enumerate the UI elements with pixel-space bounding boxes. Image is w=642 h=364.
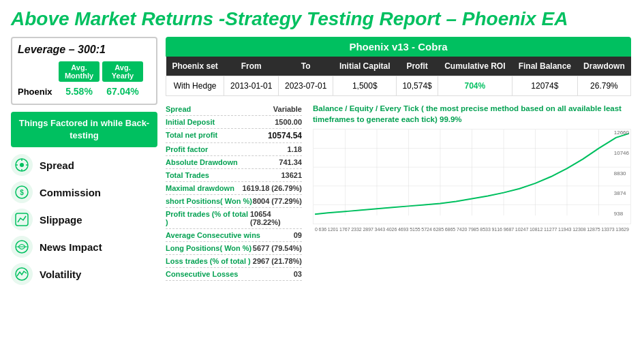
x-label: 13373 <box>601 227 614 232</box>
page-title: Above Market Returns -Strategy Testing R… <box>11 8 631 30</box>
x-label: 636 <box>319 227 327 232</box>
th-phoenix-set: Phoenix set <box>166 57 224 76</box>
title-green: -Strategy Testing Report – Phoenix EA <box>219 8 568 29</box>
stat-value: 1619.18 (26.79%) <box>243 184 302 192</box>
x-label: 5155 <box>410 227 421 232</box>
th-final-balance: Final Balance <box>512 57 577 76</box>
stat-value: 03 <box>294 270 302 278</box>
spread-label: Spread <box>40 160 74 171</box>
stat-label: Profit factor <box>166 145 208 153</box>
td-to: 2023-07-01 <box>279 76 333 96</box>
table-header-row: Phoenix set From To Initial Capital Prof… <box>166 57 631 76</box>
x-label: 6865 <box>445 227 456 232</box>
x-label: 12308 <box>572 227 585 232</box>
td-drawdown: 26.79% <box>577 76 630 96</box>
avg-monthly-header: Avg. Monthly <box>59 61 100 82</box>
stat-value: 741.34 <box>279 158 302 166</box>
th-from: From <box>224 57 279 76</box>
x-label: 10247 <box>515 227 528 232</box>
news-impact-icon <box>11 236 33 258</box>
x-label: 4026 <box>386 227 397 232</box>
stat-value: 5677 (79.54%) <box>253 244 302 252</box>
phoenix-table-section: Phoenix v13 - Cobra Phoenix set From To … <box>166 37 631 96</box>
news-impact-label: News Impact <box>40 241 102 253</box>
slippage-icon <box>11 209 33 230</box>
title-black: Above Market Returns <box>11 8 213 29</box>
chart-description: Balance / Equity / Every Tick ( the most… <box>313 103 631 125</box>
svg-text:$: $ <box>20 189 24 196</box>
x-label: 2332 <box>351 227 362 232</box>
th-initial-capital: Initial Capital <box>333 57 397 76</box>
svg-point-1 <box>20 163 24 167</box>
th-to: To <box>279 57 333 76</box>
avg-yearly-value: 67.04% <box>102 85 143 98</box>
factor-news-impact: News Impact <box>11 236 157 258</box>
chart-col: Balance / Equity / Every Tick ( the most… <box>313 103 631 281</box>
stat-label: short Positions( Won %) <box>166 197 252 205</box>
stat-label: Consecutive Losses <box>166 270 238 278</box>
stat-row: Profit trades (% of total )10654 (78.22%… <box>166 208 302 229</box>
stats-chart-row: SpreadVariableInitial Deposit1500.00Tota… <box>166 103 631 281</box>
stat-value: 2967 (21.78%) <box>253 257 302 265</box>
spread-icon <box>11 154 33 176</box>
stat-row: Long Positions( Won %)5677 (79.54%) <box>166 242 302 255</box>
slippage-label: Slippage <box>40 214 82 226</box>
stat-row: Average Consecutive wins09 <box>166 229 302 242</box>
stat-label: Initial Deposit <box>166 118 215 126</box>
stat-label: Loss trades (% of total ) <box>166 257 251 265</box>
x-label: 1767 <box>339 227 350 232</box>
stat-label: Absolute Drawdown <box>166 158 238 166</box>
stat-label: Maximal drawdown <box>166 184 234 192</box>
stat-row: Profit factor1.18 <box>166 143 302 156</box>
performance-table: Phoenix set From To Initial Capital Prof… <box>166 57 631 96</box>
table-title: Phoenix v13 - Cobra <box>166 37 631 57</box>
stat-value: 8004 (77.29%) <box>253 197 302 205</box>
volatility-icon <box>11 263 33 285</box>
factor-commission: $ Commission <box>11 181 157 203</box>
x-label: 3443 <box>375 227 386 232</box>
th-drawdown: Drawdown <box>577 57 630 76</box>
stat-row: Total Trades13621 <box>166 169 302 182</box>
stats-col: SpreadVariableInitial Deposit1500.00Tota… <box>166 103 302 281</box>
volatility-label: Volatility <box>40 269 81 280</box>
x-label: 8533 <box>480 227 491 232</box>
stat-label: Total net profit <box>166 131 217 140</box>
stat-row: Maximal drawdown1619.18 (26.79%) <box>166 182 302 195</box>
leverage-box: Leverage – 300:1 Avg. Monthly Avg. Yearl… <box>11 37 157 105</box>
stat-row: Total net profit10574.54 <box>166 129 302 143</box>
stat-row: short Positions( Won %)8004 (77.29%) <box>166 195 302 208</box>
td-profit: 10,574$ <box>397 76 438 96</box>
td-initial-capital: 1,500$ <box>333 76 397 96</box>
factor-slippage: Slippage <box>11 209 157 230</box>
stat-value: Variable <box>273 105 302 113</box>
avg-monthly-value: 5.58% <box>59 85 100 98</box>
right-panel: Phoenix v13 - Cobra Phoenix set From To … <box>166 37 631 281</box>
td-final-balance: 12074$ <box>512 76 577 96</box>
x-label: 0 <box>315 227 318 232</box>
chart-container: 12660 10746 8830 3874 938 0 636 1201 176… <box>313 129 631 224</box>
balance-chart-svg <box>314 130 630 224</box>
things-box: Things Factored in while Back-testing <box>11 112 157 147</box>
x-label: 6285 <box>433 227 444 232</box>
stat-row: Initial Deposit1500.00 <box>166 116 302 129</box>
x-label: 12875 <box>587 227 600 232</box>
avg-yearly-header: Avg. Yearly <box>102 61 143 82</box>
td-from: 2013-01-01 <box>224 76 279 96</box>
x-label: 2897 <box>363 227 373 232</box>
phoenix-label: Phoenix <box>18 87 56 97</box>
x-label: 1201 <box>328 227 339 232</box>
stat-value: 1.18 <box>288 145 302 153</box>
factors-list: Spread $ Commission Slippage <box>11 154 157 285</box>
td-phoenix-set: With Hedge <box>166 76 224 96</box>
x-label: 9687 <box>504 227 515 232</box>
x-label: 7420 <box>457 227 468 232</box>
stat-value: 10574.54 <box>268 131 302 140</box>
factor-spread: Spread <box>11 154 157 176</box>
x-label: 11943 <box>558 227 571 232</box>
stat-label: Spread <box>166 105 191 113</box>
stat-label: Profit trades (% of total ) <box>166 210 250 226</box>
stat-value: 1500.00 <box>275 118 302 126</box>
stat-row: Consecutive Losses03 <box>166 268 302 281</box>
x-label: 11277 <box>544 227 557 232</box>
x-label: 10812 <box>530 227 542 232</box>
